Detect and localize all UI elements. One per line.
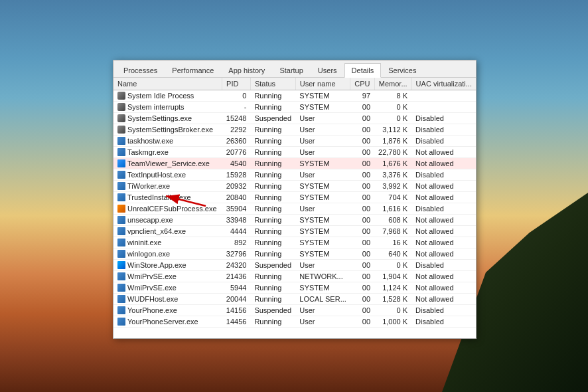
table-row[interactable]: TextInputHost.exe 15928 Running User 00 … [113,169,476,181]
process-status: Running [250,226,295,237]
table-header-row: Name PID Status User name CPU Memor... U… [113,78,476,90]
process-user: SYSTEM [295,158,350,169]
process-name-cell: WmiPrvSE.exe [113,271,222,282]
process-table-container: Name PID Status User name CPU Memor... U… [113,78,476,338]
process-pid: 20776 [222,147,251,158]
col-header-name[interactable]: Name [113,78,222,90]
process-name-cell: TeamViewer_Service.exe [113,158,222,169]
col-header-uac[interactable]: UAC virtualizati... [411,78,476,90]
tab-performance[interactable]: Performance [165,63,221,77]
table-row[interactable]: winlogon.exe 32796 Running SYSTEM 00 640… [113,248,476,260]
table-row[interactable]: UnrealCEFSubProcess.exe 35904 Running Us… [113,203,476,215]
col-header-pid[interactable]: PID [222,78,251,90]
process-icon [117,182,125,190]
col-header-user[interactable]: User name [295,78,350,90]
process-icon [117,159,125,167]
process-cpu: 00 [350,294,374,305]
process-status: Running [250,282,295,294]
process-pid: 21436 [222,271,251,282]
process-status: Running [250,102,295,113]
process-user: User [295,260,350,271]
process-name: vpnclient_x64.exe [127,227,186,235]
process-icon [117,92,125,100]
process-cpu: 00 [350,215,374,226]
table-row[interactable]: Taskmgr.exe 20776 Running User 00 22,780… [113,147,476,158]
process-name: Taskmgr.exe [127,148,169,156]
tab-startup[interactable]: Startup [272,63,310,77]
process-pid: 20932 [222,181,251,192]
process-status: Running [250,203,295,215]
process-uac: Not allowed [411,248,476,260]
table-row[interactable]: TeamViewer_Service.exe 4540 Running SYST… [113,158,476,169]
process-user: SYSTEM [295,90,350,102]
process-name-cell: WmiPrvSE.exe [113,282,222,294]
process-tbody: System Idle Process 0 Running SYSTEM 97 … [113,90,476,328]
process-cpu: 00 [350,260,374,271]
process-uac: Disabled [411,113,476,124]
process-user: SYSTEM [295,215,350,226]
process-mem: 1,616 K [374,203,411,215]
process-status: Running [250,294,295,305]
tab-users[interactable]: Users [311,63,344,77]
process-status: Running [250,181,295,192]
process-mem: 608 K [374,215,411,226]
tab-details[interactable]: Details [344,63,382,78]
process-icon [117,171,125,179]
tab-app-history[interactable]: App history [221,63,272,77]
process-name-cell: SystemSettingsBroker.exe [113,124,222,136]
table-row[interactable]: TiWorker.exe 20932 Running SYSTEM 00 3,9… [113,181,476,192]
process-name: System interrupts [127,103,184,111]
process-user: User [295,305,350,316]
table-row[interactable]: YourPhoneServer.exe 14456 Running User 0… [113,316,476,328]
process-uac: Disabled [411,136,476,147]
table-row[interactable]: WmiPrvSE.exe 5944 Running SYSTEM 00 1,12… [113,282,476,294]
process-pid: 26360 [222,136,251,147]
table-row[interactable]: WmiPrvSE.exe 21436 Running NETWORK... 00… [113,271,476,282]
process-icon [117,114,125,122]
process-name: TrustedInstaller.exe [127,193,191,201]
col-header-cpu[interactable]: CPU [350,78,374,90]
table-row[interactable]: vpnclient_x64.exe 4444 Running SYSTEM 00… [113,226,476,237]
tab-services[interactable]: Services [381,63,423,77]
process-name: WinStore.App.exe [127,261,186,269]
process-name-cell: System Idle Process [113,90,222,102]
table-row[interactable]: WinStore.App.exe 24320 Suspended User 00… [113,260,476,271]
table-row[interactable]: taskhostw.exe 26360 Running User 00 1,87… [113,136,476,147]
process-status: Suspended [250,260,295,271]
table-row[interactable]: unsecapp.exe 33948 Running SYSTEM 00 608… [113,215,476,226]
table-row[interactable]: SystemSettingsBroker.exe 2292 Running Us… [113,124,476,136]
process-status: Running [250,215,295,226]
table-row[interactable]: YourPhone.exe 14156 Suspended User 00 0 … [113,305,476,316]
table-row[interactable]: TrustedInstaller.exe 20840 Running SYSTE… [113,192,476,203]
process-mem: 0 K [374,113,411,124]
table-row[interactable]: SystemSettings.exe 15248 Suspended User … [113,113,476,124]
process-name: UnrealCEFSubProcess.exe [127,205,217,213]
process-status: Running [250,90,295,102]
process-uac: Not allowed [411,237,476,248]
process-pid: 15928 [222,169,251,181]
process-name-cell: YourPhone.exe [113,305,222,316]
col-header-mem[interactable]: Memor... [374,78,411,90]
process-status: Running [250,124,295,136]
process-status: Running [250,158,295,169]
process-status: Suspended [250,305,295,316]
process-mem: 3,112 K [374,124,411,136]
process-user: SYSTEM [295,237,350,248]
process-cpu: 97 [350,90,374,102]
table-row[interactable]: WUDFHost.exe 20044 Running LOCAL SER... … [113,294,476,305]
col-header-status[interactable]: Status [250,78,295,90]
process-mem: 1,000 K [374,316,411,328]
process-cpu: 00 [350,271,374,282]
process-name-cell: TiWorker.exe [113,181,222,192]
table-row[interactable]: System Idle Process 0 Running SYSTEM 97 … [113,90,476,102]
table-row[interactable]: wininit.exe 892 Running SYSTEM 00 16 K N… [113,237,476,248]
tab-processes[interactable]: Processes [116,63,165,77]
process-icon [117,205,125,213]
process-icon [117,227,125,235]
taskmanager-window: Processes Performance App history Startu… [113,60,477,339]
table-row[interactable]: System interrupts - Running SYSTEM 00 0 … [113,102,476,113]
process-table: Name PID Status User name CPU Memor... U… [113,78,476,328]
process-mem: 1,528 K [374,294,411,305]
process-pid: 14456 [222,316,251,328]
process-uac: Disabled [411,203,476,215]
